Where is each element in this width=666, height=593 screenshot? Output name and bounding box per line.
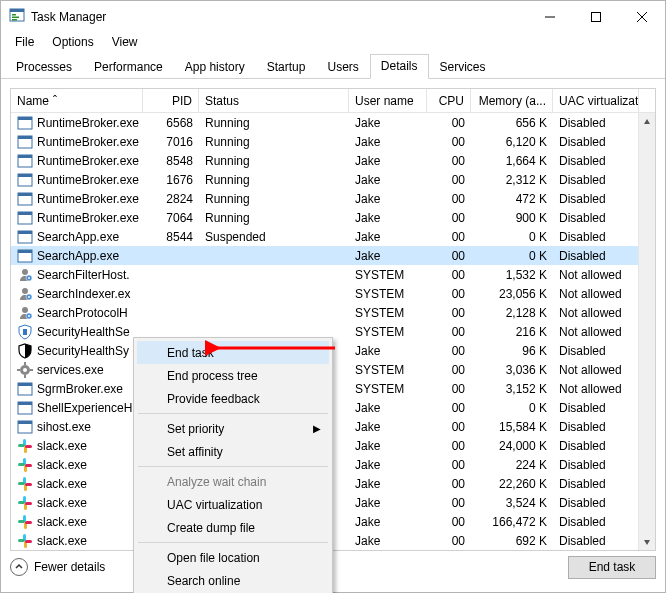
table-row[interactable]: SearchIndexer.exSYSTEM0023,056 KNot allo… xyxy=(11,284,655,303)
footer: Fewer details End task xyxy=(1,551,665,592)
scroll-down-icon[interactable] xyxy=(639,533,656,550)
svg-rect-1 xyxy=(10,9,24,12)
table-row[interactable]: slack.exeJake0022,260 KDisabled xyxy=(11,474,655,493)
tab-app-history[interactable]: App history xyxy=(174,55,256,79)
svg-rect-60 xyxy=(18,501,25,504)
table-row[interactable]: RuntimeBroker.exe1676RunningJake002,312 … xyxy=(11,170,655,189)
table-row[interactable]: services.exeSYSTEM003,036 KNot allowed xyxy=(11,360,655,379)
tab-services[interactable]: Services xyxy=(429,55,497,79)
context-separator xyxy=(138,413,328,414)
svg-marker-71 xyxy=(644,119,650,124)
end-task-button[interactable]: End task xyxy=(568,556,656,579)
context-provide-feedback[interactable]: Provide feedback xyxy=(137,387,329,410)
context-end-task[interactable]: End task xyxy=(137,341,329,364)
process-icon xyxy=(17,267,33,283)
svg-rect-70 xyxy=(25,540,32,543)
process-icon xyxy=(17,134,33,150)
task-manager-window: Task Manager File Options View Processes… xyxy=(0,0,666,593)
process-icon xyxy=(17,172,33,188)
context-end-process-tree[interactable]: End process tree xyxy=(137,364,329,387)
table-row[interactable]: RuntimeBroker.exe7016RunningJake006,120 … xyxy=(11,132,655,151)
process-icon xyxy=(17,514,33,530)
col-name[interactable]: Nameˆ xyxy=(11,89,143,112)
context-separator xyxy=(138,466,328,467)
menu-options[interactable]: Options xyxy=(44,33,101,51)
process-icon xyxy=(17,400,33,416)
process-icon xyxy=(17,286,33,302)
col-status[interactable]: Status xyxy=(199,89,349,112)
table-row[interactable]: SecurityHealthSyJake0096 KDisabled xyxy=(11,341,655,360)
svg-rect-44 xyxy=(18,402,32,405)
col-uac[interactable]: UAC virtualizat... xyxy=(553,89,639,112)
tab-startup[interactable]: Startup xyxy=(256,55,317,79)
chevron-up-icon xyxy=(10,558,28,576)
vertical-scrollbar[interactable] xyxy=(638,113,655,550)
table-row[interactable]: RuntimeBroker.exe8548RunningJake001,664 … xyxy=(11,151,655,170)
table-row[interactable]: slack.exeJake003,524 KDisabled xyxy=(11,493,655,512)
svg-rect-62 xyxy=(25,502,32,505)
svg-rect-34 xyxy=(23,329,27,335)
table-row[interactable]: slack.exeJake00166,472 KDisabled xyxy=(11,512,655,531)
svg-rect-10 xyxy=(18,117,32,120)
svg-point-25 xyxy=(22,269,28,275)
svg-rect-54 xyxy=(25,464,32,467)
maximize-button[interactable] xyxy=(573,1,619,32)
menu-view[interactable]: View xyxy=(104,33,146,51)
process-icon xyxy=(17,153,33,169)
scroll-up-icon[interactable] xyxy=(639,113,656,130)
table-row[interactable]: SecurityHealthSeSYSTEM00216 KNot allowed xyxy=(11,322,655,341)
table-row[interactable]: slack.exeJake00692 KDisabled xyxy=(11,531,655,550)
svg-point-33 xyxy=(28,315,30,317)
table-row[interactable]: RuntimeBroker.exe2824RunningJake00472 KD… xyxy=(11,189,655,208)
col-user[interactable]: User name xyxy=(349,89,427,112)
table-row[interactable]: SgrmBroker.exeSYSTEM003,152 KNot allowed xyxy=(11,379,655,398)
minimize-button[interactable] xyxy=(527,1,573,32)
svg-point-27 xyxy=(28,277,30,279)
table-row[interactable]: sihost.exeJake0015,584 KDisabled xyxy=(11,417,655,436)
process-icon xyxy=(17,476,33,492)
svg-rect-3 xyxy=(12,17,19,19)
fewer-details-button[interactable]: Fewer details xyxy=(10,558,105,576)
svg-rect-68 xyxy=(18,539,25,542)
context-uac-virtualization[interactable]: UAC virtualization xyxy=(137,493,329,516)
svg-rect-38 xyxy=(24,375,26,378)
context-set-priority[interactable]: Set priority▶ xyxy=(137,417,329,440)
process-icon xyxy=(17,457,33,473)
table-row[interactable]: SearchFilterHost.SYSTEM001,532 KNot allo… xyxy=(11,265,655,284)
svg-rect-2 xyxy=(12,14,16,16)
process-icon xyxy=(17,248,33,264)
svg-rect-12 xyxy=(18,136,32,139)
table-row[interactable]: SearchApp.exe8544SuspendedJake000 KDisab… xyxy=(11,227,655,246)
table-row[interactable]: SearchApp.exeJake000 KDisabled xyxy=(11,246,655,265)
grid-body: RuntimeBroker.exe6568RunningJake00656 KD… xyxy=(11,113,655,550)
context-separator xyxy=(138,542,328,543)
tab-users[interactable]: Users xyxy=(316,55,369,79)
close-button[interactable] xyxy=(619,1,665,32)
tab-performance[interactable]: Performance xyxy=(83,55,174,79)
table-row[interactable]: RuntimeBroker.exe6568RunningJake00656 KD… xyxy=(11,113,655,132)
context-open-file-location[interactable]: Open file location xyxy=(137,546,329,569)
col-cpu[interactable]: CPU xyxy=(427,89,471,112)
svg-rect-37 xyxy=(24,362,26,365)
table-row[interactable]: RuntimeBroker.exe7064RunningJake00900 KD… xyxy=(11,208,655,227)
tab-details[interactable]: Details xyxy=(370,54,429,79)
svg-rect-24 xyxy=(18,250,32,253)
svg-rect-40 xyxy=(30,369,33,371)
svg-rect-46 xyxy=(18,421,32,424)
tab-processes[interactable]: Processes xyxy=(5,55,83,79)
table-row[interactable]: ShellExperienceHJake000 KDisabled xyxy=(11,398,655,417)
taskmgr-icon xyxy=(9,7,31,26)
window-title: Task Manager xyxy=(31,10,527,24)
context-search-online[interactable]: Search online xyxy=(137,569,329,592)
svg-rect-39 xyxy=(17,369,20,371)
menu-file[interactable]: File xyxy=(7,33,42,51)
process-icon xyxy=(17,305,33,321)
table-row[interactable]: slack.exeJake0024,000 KDisabled xyxy=(11,436,655,455)
col-pid[interactable]: PID xyxy=(143,89,199,112)
table-row[interactable]: slack.exeJake00224 KDisabled xyxy=(11,455,655,474)
svg-rect-20 xyxy=(18,212,32,215)
context-create-dump-file[interactable]: Create dump file xyxy=(137,516,329,539)
col-mem[interactable]: Memory (a... xyxy=(471,89,553,112)
table-row[interactable]: SearchProtocolHSYSTEM002,128 KNot allowe… xyxy=(11,303,655,322)
context-set-affinity[interactable]: Set affinity xyxy=(137,440,329,463)
